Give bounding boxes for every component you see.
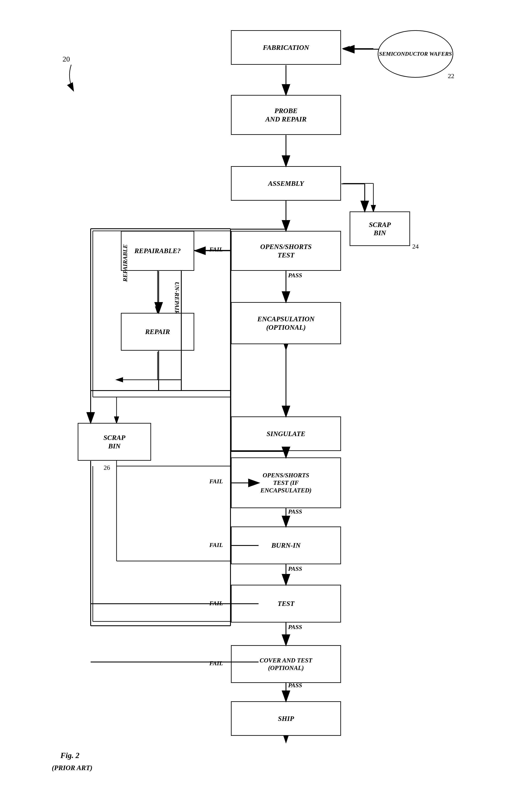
ref-20: 20 (62, 55, 70, 63)
opens-shorts-test1-label: OPENS/SHORTSTEST (260, 243, 312, 259)
encapsulation-label: ENCAPSULATION(OPTIONAL) (258, 315, 315, 331)
opens-shorts-test2-label: OPENS/SHORTSTEST (IFENCAPSULATED) (261, 472, 312, 494)
fabrication-box: FABRICATION (231, 30, 341, 65)
cover-test-label: COVER AND TEST(OPTIONAL) (260, 657, 312, 672)
cover-test-box: COVER AND TEST(OPTIONAL) (231, 645, 341, 683)
repairable-box: REPAIRABLE? (121, 231, 194, 271)
test-label: TEST (278, 599, 294, 608)
repairable-label: REPAIRABLE? (134, 247, 181, 255)
ref-22: 22 (448, 72, 454, 80)
scrap-bin-top-box: SCRAPBIN (349, 211, 410, 246)
prior-art-text: (PRIOR ART) (52, 764, 92, 772)
pass-label-4: PASS (288, 623, 302, 631)
pass-label-1: PASS (288, 272, 302, 279)
fail-label-1: FAIL (209, 246, 223, 253)
opens-shorts-test2-box: OPENS/SHORTSTEST (IFENCAPSULATED) (231, 458, 341, 508)
fail-label-5: FAIL (209, 660, 223, 667)
fail-label-2: FAIL (209, 478, 223, 485)
repair-box: REPAIR (121, 313, 194, 351)
fig-label: Fig. 2 (60, 751, 79, 760)
prior-art-label: (PRIOR ART) (52, 764, 92, 772)
fail-label-3: FAIL (209, 542, 223, 549)
ref-26: 26 (103, 464, 110, 471)
test-box: TEST (231, 585, 341, 622)
probe-repair-box: PROBE AND REPAIR (231, 95, 341, 135)
page: SEMICONDUCTOR WAFERS 22 FABRICATION 20 P… (0, 0, 532, 807)
diagram-container: SEMICONDUCTOR WAFERS 22 FABRICATION 20 P… (0, 13, 532, 807)
ship-box: SHIP (231, 701, 341, 736)
singulate-box: SINGULATE (231, 417, 341, 451)
probe-repair-label: PROBE AND REPAIR (265, 107, 307, 123)
semiconductor-wafers-box: SEMICONDUCTOR WAFERS (378, 30, 453, 78)
burn-in-label: BURN-IN (271, 541, 300, 550)
opens-shorts-test1-box: OPENS/SHORTSTEST (231, 231, 341, 271)
ref-24: 24 (412, 243, 419, 250)
pass-label-3: PASS (288, 565, 302, 572)
repairable-vert-label: REPAIRABLE (122, 244, 129, 282)
scrap-bin-top-label: SCRAPBIN (369, 220, 391, 237)
pass-label-5: PASS (288, 682, 302, 689)
pass-label-2: PASS (288, 508, 302, 515)
ship-label: SHIP (278, 714, 294, 723)
singulate-label: SINGULATE (267, 429, 305, 438)
fabrication-label: FABRICATION (263, 43, 309, 52)
assembly-label: ASSEMBLY (268, 179, 304, 188)
scrap-bin-bottom-label: SCRAPBIN (103, 434, 125, 450)
scrap-bin-bottom-box: SCRAPBIN (78, 423, 151, 461)
semiconductor-wafers-label: SEMICONDUCTOR WAFERS (379, 50, 452, 58)
assembly-box: ASSEMBLY (231, 166, 341, 201)
fail-label-4: FAIL (209, 600, 223, 607)
burn-in-box: BURN-IN (231, 526, 341, 564)
encapsulation-box: ENCAPSULATION(OPTIONAL) (231, 302, 341, 344)
repair-label: REPAIR (145, 328, 170, 336)
fig-label-text: Fig. 2 (60, 751, 79, 760)
